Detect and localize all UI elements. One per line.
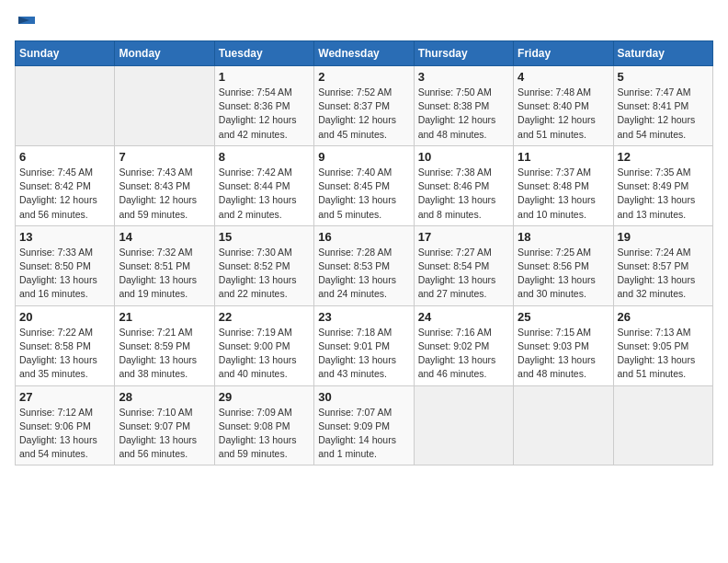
weekday-header-sunday: Sunday xyxy=(16,41,115,66)
day-info: Sunrise: 7:13 AM Sunset: 9:05 PM Dayligh… xyxy=(618,326,709,382)
calendar-table: SundayMondayTuesdayWednesdayThursdayFrid… xyxy=(15,40,713,465)
day-number: 17 xyxy=(418,230,509,244)
calendar-cell: 22Sunrise: 7:19 AM Sunset: 9:00 PM Dayli… xyxy=(214,305,313,385)
day-info: Sunrise: 7:25 AM Sunset: 8:56 PM Dayligh… xyxy=(518,246,609,302)
day-number: 22 xyxy=(219,310,310,324)
day-number: 20 xyxy=(19,310,110,324)
day-number: 23 xyxy=(318,310,409,324)
day-info: Sunrise: 7:10 AM Sunset: 9:07 PM Dayligh… xyxy=(119,406,210,462)
day-info: Sunrise: 7:54 AM Sunset: 8:36 PM Dayligh… xyxy=(219,86,310,142)
calendar-cell: 3Sunrise: 7:50 AM Sunset: 8:38 PM Daylig… xyxy=(414,66,513,146)
calendar-cell: 15Sunrise: 7:30 AM Sunset: 8:52 PM Dayli… xyxy=(214,225,313,305)
day-number: 7 xyxy=(119,150,210,164)
calendar-cell: 16Sunrise: 7:28 AM Sunset: 8:53 PM Dayli… xyxy=(314,225,414,305)
day-number: 13 xyxy=(19,230,110,244)
day-number: 26 xyxy=(618,310,709,324)
calendar-cell: 2Sunrise: 7:52 AM Sunset: 8:37 PM Daylig… xyxy=(314,66,414,146)
calendar-cell: 23Sunrise: 7:18 AM Sunset: 9:01 PM Dayli… xyxy=(314,305,414,385)
day-info: Sunrise: 7:43 AM Sunset: 8:43 PM Dayligh… xyxy=(119,166,210,222)
day-info: Sunrise: 7:35 AM Sunset: 8:49 PM Dayligh… xyxy=(618,166,709,222)
calendar-cell: 7Sunrise: 7:43 AM Sunset: 8:43 PM Daylig… xyxy=(115,145,214,225)
day-number: 1 xyxy=(219,70,310,84)
calendar-cell: 9Sunrise: 7:40 AM Sunset: 8:45 PM Daylig… xyxy=(314,145,414,225)
day-number: 8 xyxy=(219,150,310,164)
day-number: 9 xyxy=(318,150,409,164)
day-number: 2 xyxy=(318,70,409,84)
calendar-week-row: 27Sunrise: 7:12 AM Sunset: 9:06 PM Dayli… xyxy=(16,385,713,465)
calendar-cell: 13Sunrise: 7:33 AM Sunset: 8:50 PM Dayli… xyxy=(16,225,115,305)
day-number: 27 xyxy=(19,390,110,404)
calendar-cell: 8Sunrise: 7:42 AM Sunset: 8:44 PM Daylig… xyxy=(214,145,313,225)
day-info: Sunrise: 7:47 AM Sunset: 8:41 PM Dayligh… xyxy=(618,86,709,142)
day-info: Sunrise: 7:12 AM Sunset: 9:06 PM Dayligh… xyxy=(19,406,110,462)
calendar-cell: 24Sunrise: 7:16 AM Sunset: 9:02 PM Dayli… xyxy=(414,305,513,385)
logo-flag-icon xyxy=(17,15,37,31)
calendar-cell: 25Sunrise: 7:15 AM Sunset: 9:03 PM Dayli… xyxy=(514,305,613,385)
calendar-cell: 28Sunrise: 7:10 AM Sunset: 9:07 PM Dayli… xyxy=(115,385,214,465)
day-number: 15 xyxy=(219,230,310,244)
day-number: 4 xyxy=(518,70,609,84)
day-info: Sunrise: 7:32 AM Sunset: 8:51 PM Dayligh… xyxy=(119,246,210,302)
calendar-cell: 1Sunrise: 7:54 AM Sunset: 8:36 PM Daylig… xyxy=(214,66,313,146)
calendar-week-row: 6Sunrise: 7:45 AM Sunset: 8:42 PM Daylig… xyxy=(16,145,713,225)
day-info: Sunrise: 7:38 AM Sunset: 8:46 PM Dayligh… xyxy=(418,166,509,222)
day-number: 16 xyxy=(318,230,409,244)
weekday-header-tuesday: Tuesday xyxy=(214,41,313,66)
weekday-header-saturday: Saturday xyxy=(613,41,712,66)
day-info: Sunrise: 7:15 AM Sunset: 9:03 PM Dayligh… xyxy=(518,326,609,382)
header xyxy=(15,15,713,29)
day-number: 21 xyxy=(119,310,210,324)
calendar-cell: 29Sunrise: 7:09 AM Sunset: 9:08 PM Dayli… xyxy=(214,385,313,465)
day-number: 18 xyxy=(518,230,609,244)
calendar-cell: 11Sunrise: 7:37 AM Sunset: 8:48 PM Dayli… xyxy=(514,145,613,225)
calendar-cell: 6Sunrise: 7:45 AM Sunset: 8:42 PM Daylig… xyxy=(16,145,115,225)
day-info: Sunrise: 7:18 AM Sunset: 9:01 PM Dayligh… xyxy=(318,326,409,382)
calendar-week-row: 13Sunrise: 7:33 AM Sunset: 8:50 PM Dayli… xyxy=(16,225,713,305)
calendar-cell: 26Sunrise: 7:13 AM Sunset: 9:05 PM Dayli… xyxy=(613,305,712,385)
day-info: Sunrise: 7:45 AM Sunset: 8:42 PM Dayligh… xyxy=(19,166,110,222)
day-number: 29 xyxy=(219,390,310,404)
day-info: Sunrise: 7:16 AM Sunset: 9:02 PM Dayligh… xyxy=(418,326,509,382)
day-info: Sunrise: 7:30 AM Sunset: 8:52 PM Dayligh… xyxy=(219,246,310,302)
calendar-cell: 5Sunrise: 7:47 AM Sunset: 8:41 PM Daylig… xyxy=(613,66,712,146)
day-info: Sunrise: 7:21 AM Sunset: 8:59 PM Dayligh… xyxy=(119,326,210,382)
calendar-cell: 30Sunrise: 7:07 AM Sunset: 9:09 PM Dayli… xyxy=(314,385,414,465)
calendar-cell: 18Sunrise: 7:25 AM Sunset: 8:56 PM Dayli… xyxy=(514,225,613,305)
day-info: Sunrise: 7:33 AM Sunset: 8:50 PM Dayligh… xyxy=(19,246,110,302)
calendar-cell xyxy=(16,66,115,146)
day-number: 3 xyxy=(418,70,509,84)
calendar-cell: 17Sunrise: 7:27 AM Sunset: 8:54 PM Dayli… xyxy=(414,225,513,305)
calendar-week-row: 20Sunrise: 7:22 AM Sunset: 8:58 PM Dayli… xyxy=(16,305,713,385)
weekday-header-thursday: Thursday xyxy=(414,41,513,66)
day-info: Sunrise: 7:42 AM Sunset: 8:44 PM Dayligh… xyxy=(219,166,310,222)
calendar-cell: 4Sunrise: 7:48 AM Sunset: 8:40 PM Daylig… xyxy=(514,66,613,146)
day-info: Sunrise: 7:48 AM Sunset: 8:40 PM Dayligh… xyxy=(518,86,609,142)
day-info: Sunrise: 7:22 AM Sunset: 8:58 PM Dayligh… xyxy=(19,326,110,382)
day-info: Sunrise: 7:24 AM Sunset: 8:57 PM Dayligh… xyxy=(618,246,709,302)
day-number: 14 xyxy=(119,230,210,244)
calendar-cell xyxy=(514,385,613,465)
calendar-cell: 21Sunrise: 7:21 AM Sunset: 8:59 PM Dayli… xyxy=(115,305,214,385)
calendar-cell: 19Sunrise: 7:24 AM Sunset: 8:57 PM Dayli… xyxy=(613,225,712,305)
calendar-cell: 27Sunrise: 7:12 AM Sunset: 9:06 PM Dayli… xyxy=(16,385,115,465)
day-number: 24 xyxy=(418,310,509,324)
day-number: 19 xyxy=(618,230,709,244)
logo xyxy=(15,15,37,29)
day-number: 6 xyxy=(19,150,110,164)
day-info: Sunrise: 7:37 AM Sunset: 8:48 PM Dayligh… xyxy=(518,166,609,222)
day-number: 12 xyxy=(618,150,709,164)
day-number: 10 xyxy=(418,150,509,164)
day-info: Sunrise: 7:19 AM Sunset: 9:00 PM Dayligh… xyxy=(219,326,310,382)
weekday-header-friday: Friday xyxy=(514,41,613,66)
day-number: 28 xyxy=(119,390,210,404)
day-info: Sunrise: 7:50 AM Sunset: 8:38 PM Dayligh… xyxy=(418,86,509,142)
calendar-cell: 14Sunrise: 7:32 AM Sunset: 8:51 PM Dayli… xyxy=(115,225,214,305)
weekday-header-monday: Monday xyxy=(115,41,214,66)
calendar-cell: 20Sunrise: 7:22 AM Sunset: 8:58 PM Dayli… xyxy=(16,305,115,385)
day-info: Sunrise: 7:40 AM Sunset: 8:45 PM Dayligh… xyxy=(318,166,409,222)
day-info: Sunrise: 7:27 AM Sunset: 8:54 PM Dayligh… xyxy=(418,246,509,302)
calendar-week-row: 1Sunrise: 7:54 AM Sunset: 8:36 PM Daylig… xyxy=(16,66,713,146)
calendar-cell xyxy=(613,385,712,465)
calendar-cell: 12Sunrise: 7:35 AM Sunset: 8:49 PM Dayli… xyxy=(613,145,712,225)
day-info: Sunrise: 7:52 AM Sunset: 8:37 PM Dayligh… xyxy=(318,86,409,142)
